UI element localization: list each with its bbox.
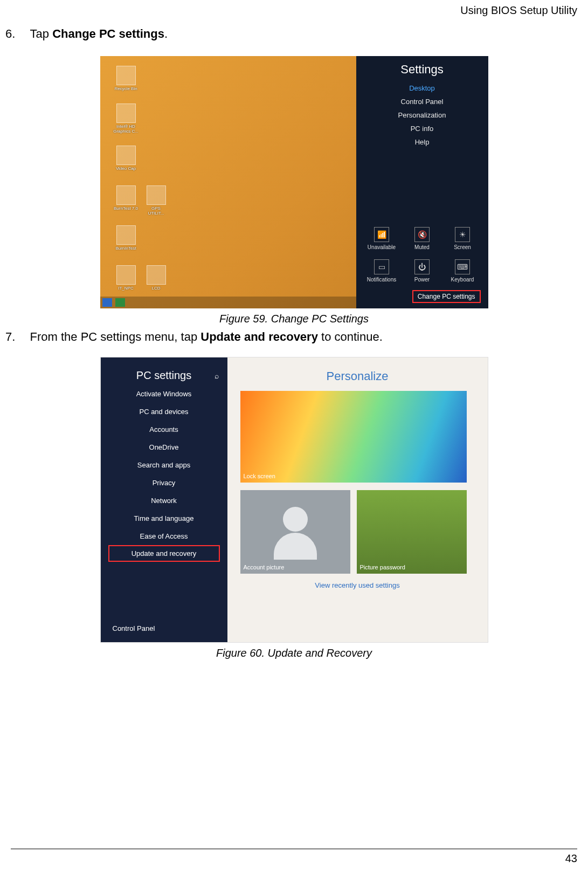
- tile-label: Picture password: [360, 564, 405, 570]
- taskbar-app-icon: [115, 298, 125, 307]
- page-footer: 43: [11, 849, 577, 865]
- charms-title: Settings: [366, 63, 479, 77]
- step-7-number: 7.: [5, 330, 27, 344]
- change-pc-settings-link[interactable]: Change PC settings: [412, 290, 481, 303]
- charms-item-control-panel[interactable]: Control Panel: [366, 98, 479, 106]
- step-6-text: Tap Change PC settings.: [30, 27, 168, 40]
- quick-label: Notifications: [367, 277, 396, 283]
- quick-keyboard[interactable]: ⌨Keyboard: [446, 259, 479, 283]
- volume-icon: 🔇: [414, 227, 430, 242]
- pc-settings-sidebar: PC settings ⌕ Activate Windows PC and de…: [101, 357, 227, 642]
- pc-settings-title: PC settings: [101, 369, 227, 385]
- sidebar-item-pc-devices[interactable]: PC and devices: [101, 403, 227, 421]
- quick-label: Screen: [454, 244, 471, 250]
- taskbar-start-icon: [102, 298, 112, 307]
- desktop-icon-label: Video Cap: [116, 166, 136, 171]
- taskbar: [100, 297, 356, 308]
- desktop-icon-itnpc: IT_NPC: [113, 265, 139, 291]
- network-icon: 📶: [374, 227, 389, 242]
- figure-59-caption: Figure 59. Change PC Settings: [0, 313, 588, 325]
- sidebar-item-ease-of-access[interactable]: Ease of Access: [101, 527, 227, 545]
- pc-settings-main: Personalize Lock screen Account picture …: [227, 357, 488, 642]
- quick-volume[interactable]: 🔇Muted: [406, 227, 438, 250]
- desktop-icon-recycle: Recycle Bin: [113, 66, 139, 91]
- charms-panel: Settings Desktop Control Panel Personali…: [356, 56, 488, 308]
- notifications-icon: ▭: [374, 259, 389, 274]
- desktop-icon-burntest: BurnTest 7.0: [113, 185, 139, 211]
- sidebar-item-search-apps[interactable]: Search and apps: [101, 456, 227, 474]
- desktop-icon-label: Intel® HD Graphics C...: [113, 124, 139, 134]
- figure-60-wrap: PC settings ⌕ Activate Windows PC and de…: [0, 357, 588, 659]
- charms-item-pcinfo[interactable]: PC info: [366, 125, 479, 133]
- quick-label: Power: [414, 277, 430, 283]
- sidebar-item-update-recovery[interactable]: Update and recovery: [108, 545, 220, 562]
- quick-settings-row-1: 📶Unavailable 🔇Muted ☀Screen: [356, 227, 488, 250]
- desktop-icon-lcd: LCD: [143, 265, 169, 291]
- quick-label: Unavailable: [368, 244, 396, 250]
- step-6-bold: Change PC settings: [52, 27, 164, 40]
- page-number: 43: [565, 852, 577, 864]
- step-6-post: .: [164, 27, 168, 40]
- figure-59-image: Recycle Bin Intel® HD Graphics C... Vide…: [100, 56, 488, 308]
- keyboard-icon: ⌨: [455, 259, 470, 274]
- step-7-pre: From the PC settings menu, tap: [30, 330, 201, 343]
- desktop-icon-label: GPS UTILIT...: [148, 206, 164, 216]
- step-6: 6. Tap Change PC settings.: [5, 27, 577, 41]
- power-icon: ⏻: [414, 259, 430, 274]
- desktop-icon-label: Recycle Bin: [114, 86, 137, 91]
- sidebar-item-network[interactable]: Network: [101, 492, 227, 510]
- step-6-number: 6.: [5, 27, 27, 41]
- sidebar-item-control-panel[interactable]: Control Panel: [113, 624, 155, 632]
- desktop-icon-gps: GPS UTILIT...: [143, 185, 169, 216]
- step-7-post: to continue.: [318, 330, 383, 343]
- search-icon[interactable]: ⌕: [215, 371, 219, 380]
- tile-label: Lock screen: [244, 473, 275, 479]
- quick-network[interactable]: 📶Unavailable: [365, 227, 398, 250]
- step-6-pre: Tap: [30, 27, 53, 40]
- desktop-icon-label: IT_NPC: [118, 286, 133, 291]
- figure-59-wrap: Recycle Bin Intel® HD Graphics C... Vide…: [0, 56, 588, 325]
- desktop-icon-intel: Intel® HD Graphics C...: [113, 104, 139, 134]
- tile-picture-password[interactable]: Picture password: [357, 490, 467, 574]
- brightness-icon: ☀: [455, 227, 470, 242]
- desktop-icon-label: BurnTest 7.0: [114, 206, 138, 211]
- desktop-icon-videocap: Video Cap: [113, 146, 139, 171]
- quick-power[interactable]: ⏻Power: [406, 259, 438, 283]
- quick-brightness[interactable]: ☀Screen: [446, 227, 479, 250]
- avatar-icon: [271, 503, 320, 562]
- step-7-text: From the PC settings menu, tap Update an…: [30, 330, 383, 343]
- tile-label: Account picture: [244, 564, 285, 570]
- desktop-icon-label: LCD: [151, 286, 160, 291]
- tile-lock-screen[interactable]: Lock screen: [240, 391, 467, 483]
- sidebar-item-onedrive[interactable]: OneDrive: [101, 438, 227, 456]
- sidebar-item-privacy[interactable]: Privacy: [101, 474, 227, 492]
- charms-item-personalization[interactable]: Personalization: [366, 111, 479, 119]
- figure-60-image: PC settings ⌕ Activate Windows PC and de…: [100, 357, 488, 643]
- sidebar-item-time-language[interactable]: Time and language: [101, 510, 227, 527]
- step-7: 7. From the PC settings menu, tap Update…: [5, 330, 577, 344]
- desktop-icon-burnintest: BurnInTest: [113, 225, 139, 251]
- charms-item-help[interactable]: Help: [366, 138, 479, 146]
- sidebar-item-accounts[interactable]: Accounts: [101, 421, 227, 438]
- tile-account-picture[interactable]: Account picture: [240, 490, 350, 574]
- page-header-title: Using BIOS Setup Utility: [460, 4, 577, 17]
- desktop-icon-label: BurnInTest: [115, 246, 136, 251]
- quick-notifications[interactable]: ▭Notifications: [365, 259, 398, 283]
- quick-settings-row-2: ▭Notifications ⏻Power ⌨Keyboard: [356, 259, 488, 283]
- quick-label: Keyboard: [451, 277, 474, 283]
- figure-60-caption: Figure 60. Update and Recovery: [0, 647, 588, 659]
- charms-item-desktop[interactable]: Desktop: [366, 84, 479, 92]
- quick-label: Muted: [414, 244, 430, 250]
- view-recent-settings-link[interactable]: View recently used settings: [240, 581, 475, 589]
- personalize-heading: Personalize: [240, 369, 475, 383]
- step-7-bold: Update and recovery: [200, 330, 318, 343]
- sidebar-item-activate[interactable]: Activate Windows: [101, 385, 227, 403]
